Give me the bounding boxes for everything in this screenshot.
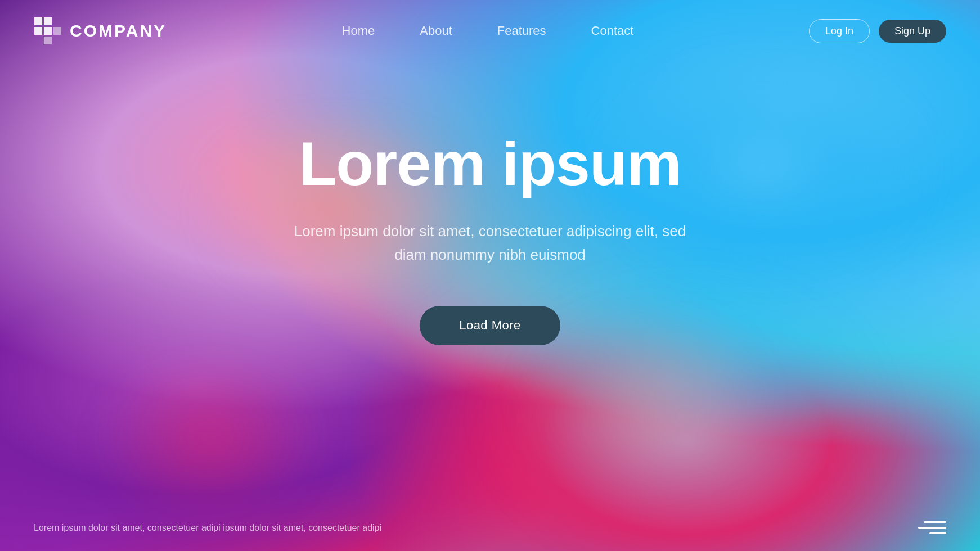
svg-rect-4: [53, 27, 61, 35]
nav-home[interactable]: Home: [342, 24, 375, 38]
logo[interactable]: COMPANY: [34, 17, 167, 45]
svg-rect-1: [44, 17, 52, 25]
nav-links: Home About Features Contact: [342, 24, 634, 38]
hamburger-line-1: [924, 521, 946, 523]
logo-icon: [34, 17, 62, 45]
hamburger-menu-icon[interactable]: [918, 521, 946, 534]
brand-name: COMPANY: [70, 21, 167, 40]
nav-features[interactable]: Features: [497, 24, 546, 38]
svg-rect-5: [44, 37, 52, 44]
nav-contact[interactable]: Contact: [591, 24, 634, 38]
svg-rect-0: [34, 17, 42, 25]
svg-rect-3: [44, 27, 52, 35]
footer-bar: Lorem ipsum dolor sit amet, consectetuer…: [0, 504, 980, 551]
nav-about[interactable]: About: [420, 24, 452, 38]
hamburger-line-3: [929, 532, 946, 534]
login-button[interactable]: Log In: [809, 19, 870, 43]
hero-title: Lorem ipsum: [299, 129, 681, 197]
signup-button[interactable]: Sign Up: [879, 20, 946, 43]
footer-text: Lorem ipsum dolor sit amet, consectetuer…: [34, 523, 381, 533]
page-wrapper: COMPANY Home About Features Contact Log …: [0, 0, 980, 551]
hero-subtitle: Lorem ipsum dolor sit amet, consectetuer…: [287, 220, 693, 267]
hero-section: Lorem ipsum Lorem ipsum dolor sit amet, …: [0, 62, 980, 345]
load-more-button[interactable]: Load More: [420, 306, 560, 345]
hamburger-line-2: [918, 527, 946, 529]
bg-blob-3: [98, 355, 323, 523]
nav-actions: Log In Sign Up: [809, 19, 946, 43]
svg-rect-2: [34, 27, 42, 35]
navbar: COMPANY Home About Features Contact Log …: [0, 0, 980, 62]
